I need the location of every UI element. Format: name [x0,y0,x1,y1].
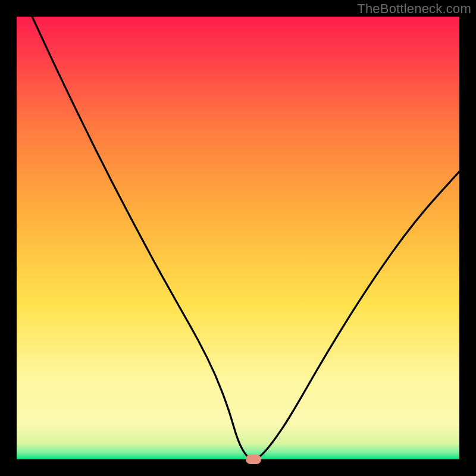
chart-container: TheBottleneck.com [0,0,476,476]
plot-background [17,17,459,459]
watermark-label: TheBottleneck.com [357,1,471,17]
bottleneck-marker [246,455,261,464]
bottleneck-chart-svg [0,0,476,476]
